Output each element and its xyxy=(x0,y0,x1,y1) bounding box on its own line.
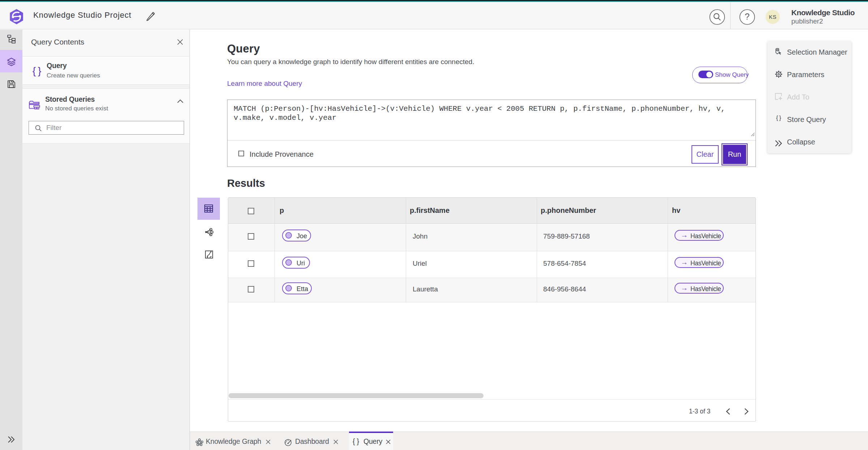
svg-text:{ }: { } xyxy=(33,65,41,76)
svg-text:{ }: { } xyxy=(776,115,781,121)
svg-text:?: ? xyxy=(745,12,749,21)
